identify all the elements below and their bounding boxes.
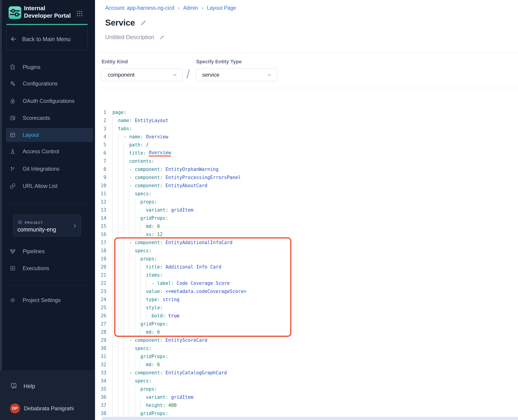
code-line[interactable]: 31gridProps: (95, 352, 518, 360)
person-icon (9, 148, 16, 155)
sidebar-item-plugins[interactable]: Plugins (0, 60, 95, 74)
code-line[interactable]: 1page: (95, 108, 518, 116)
code-line[interactable]: 33- component: EntityCatalogGraphCard (95, 369, 518, 377)
git-fork-icon (9, 166, 16, 172)
code-line[interactable]: 27gridProps: (95, 320, 518, 328)
code-line[interactable]: 14gridProps: (95, 214, 518, 222)
sidebar-item-access-control[interactable]: Access Control (0, 145, 95, 158)
code-line[interactable]: 13variant: gridItem (95, 206, 518, 214)
code-line[interactable]: 16xs: 12 (95, 230, 518, 239)
line-number: 17 (95, 240, 106, 245)
code-line[interactable]: 37height: 400 (95, 401, 518, 409)
code-line[interactable]: 11specs: (95, 190, 518, 198)
code-line[interactable]: 12props: (95, 198, 518, 206)
user-menu[interactable]: DP Debabrata Panigrahi (10, 403, 74, 414)
section-divider (95, 88, 518, 88)
sidebar-item-label: Layout (23, 132, 39, 138)
sidebar-item-project-settings[interactable]: Project Settings (0, 294, 95, 307)
code-line[interactable]: 26bold: true (95, 312, 518, 320)
sidebar-item-executions[interactable]: Executions (0, 262, 95, 275)
breadcrumb-separator-icon: › (178, 5, 180, 11)
editor-horizontal-scrollbar[interactable] (102, 417, 518, 420)
sidebar-item-scorecards[interactable]: Scorecards (0, 112, 95, 125)
avatar: DP (10, 404, 20, 413)
line-number: 28 (95, 329, 106, 335)
code-line[interactable]: 38gridProps: (95, 409, 518, 418)
code-line[interactable]: 9- component: EntityProcessingErrorsPane… (95, 173, 518, 181)
code-line[interactable]: 25style: (95, 304, 518, 312)
entity-kind-select[interactable]: component (101, 68, 183, 81)
code-line[interactable]: 32md: 6 (95, 360, 518, 369)
code-line[interactable]: 21items: (95, 271, 518, 279)
breadcrumb-separator-icon: › (202, 5, 203, 11)
sidebar-item-oauth-configurations[interactable]: OAuth Configurations (0, 95, 95, 108)
code-line[interactable]: 34specs: (95, 377, 518, 385)
code-line[interactable]: 29- component: EntityScoreCard (95, 336, 518, 344)
line-number: 30 (95, 346, 106, 351)
chevron-down-icon (267, 72, 272, 78)
project-selector[interactable]: PROJECT community-eng (13, 215, 81, 236)
line-number: 34 (95, 378, 106, 384)
code-line[interactable]: 10- component: EntityAboutCard (95, 181, 518, 190)
line-number: 3 (95, 126, 106, 131)
code-line[interactable]: 36variant: gridItem (95, 393, 518, 401)
line-number: 11 (95, 191, 106, 196)
sidebar-item-label: Project Settings (23, 297, 61, 303)
edit-description-pencil-icon[interactable] (159, 35, 165, 40)
code-line[interactable]: 5path: / (95, 141, 518, 149)
code-line[interactable]: 18specs: (95, 247, 518, 255)
code-line[interactable]: 17- component: EntityAdditionalInfoCard (95, 239, 518, 247)
executions-play-icon (9, 265, 16, 271)
link-icon (9, 183, 16, 189)
code-line[interactable]: 30specs: (95, 344, 518, 352)
yaml-editor[interactable]: 1page:2name: EntityLayout3tabs:4- name: … (95, 108, 518, 420)
line-number: 13 (95, 207, 106, 213)
sidebar-item-url-allow-list[interactable]: URL Allow List (0, 180, 95, 193)
user-name: Debabrata Panigrahi (24, 405, 74, 412)
sidebar-item-label: URL Allow List (23, 183, 57, 189)
code-line[interactable]: 15md: 6 (95, 222, 518, 230)
lock-icon (9, 98, 16, 104)
code-line[interactable]: 8- component: EntityOrphanWarning (95, 165, 518, 173)
puzzle-icon (9, 64, 16, 70)
code-line[interactable]: 20title: Additional Info Card (95, 263, 518, 271)
chevron-down-icon (172, 72, 178, 78)
sidebar-item-pipelines[interactable]: Pipelines (0, 245, 95, 258)
sidebar-item-configurations[interactable]: Configurations (0, 77, 95, 90)
help-button[interactable]: ? Help (10, 381, 35, 391)
apps-grid-icon[interactable] (76, 10, 83, 17)
sidebar-item-git-integrations[interactable]: Git Integrations (0, 162, 95, 175)
svg-text:?: ? (13, 384, 15, 387)
back-to-main-menu-button[interactable]: Back to Main Menu (10, 34, 87, 44)
code-line[interactable]: 28md: 6 (95, 328, 518, 336)
entity-kind-label: Entity Kind (102, 59, 128, 65)
entity-type-select[interactable]: service (196, 68, 277, 81)
breadcrumb-admin[interactable]: Admin (183, 5, 198, 11)
sidebar-item-layout[interactable]: Layout (0, 128, 95, 142)
gears-icon (9, 81, 16, 87)
code-line[interactable]: 24type: string (95, 295, 518, 304)
code-line[interactable]: 3tabs: (95, 125, 518, 133)
chevron-right-icon (72, 223, 78, 229)
edit-title-pencil-icon[interactable] (140, 19, 147, 26)
entity-type-value: service (202, 72, 267, 78)
code-line[interactable]: 2name: EntityLayout (95, 116, 518, 125)
entity-type-label: Specify Entity Type (196, 59, 242, 65)
code-line[interactable]: 19props: (95, 255, 518, 263)
code-line[interactable]: 22- label: Code Coverage Score (95, 279, 518, 287)
code-line[interactable]: 35props: (95, 385, 518, 393)
line-number: 36 (95, 394, 106, 400)
code-line[interactable]: 6title: Overview (95, 149, 518, 157)
sidebar-divider (7, 285, 88, 285)
line-number: 14 (95, 215, 106, 221)
harness-idp-logo[interactable] (9, 6, 21, 19)
code-line[interactable]: 4- name: Overview (95, 133, 518, 141)
code-line[interactable]: 23value: <+metadata.codeCoverageScore> (95, 287, 518, 295)
breadcrumb-account[interactable]: Account: app-harness-ng-cicd (105, 5, 174, 11)
layout-icon (9, 132, 16, 138)
code-line[interactable]: 7contents: (95, 157, 518, 165)
breadcrumb-layout-page[interactable]: Layout Page (207, 5, 236, 11)
sidebar-item-label: Executions (23, 265, 49, 271)
yaml-code-lines: 1page:2name: EntityLayout3tabs:4- name: … (95, 108, 518, 418)
line-number: 9 (95, 175, 106, 180)
